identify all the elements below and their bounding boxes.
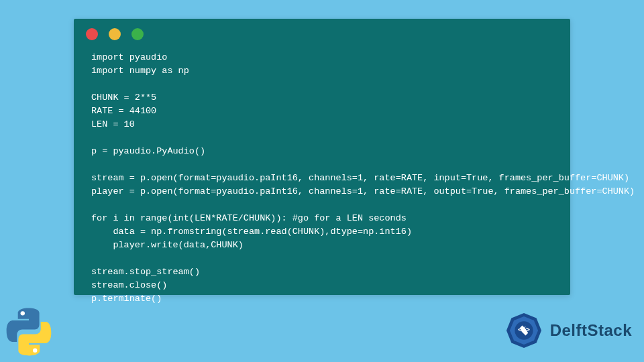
brand: </> DelftStack — [503, 310, 632, 351]
code-window: import pyaudio import numpy as np CHUNK … — [74, 19, 570, 295]
delftstack-logo-icon: </> — [503, 310, 545, 351]
svg-text:</>: </> — [518, 326, 530, 333]
svg-point-0 — [21, 311, 25, 315]
svg-point-1 — [33, 348, 37, 352]
brand-name: DelftStack — [550, 321, 632, 340]
minimize-icon[interactable] — [109, 28, 121, 40]
python-logo-icon — [3, 306, 55, 358]
window-controls — [74, 19, 570, 47]
code-block: import pyaudio import numpy as np CHUNK … — [74, 47, 570, 319]
close-icon[interactable] — [86, 28, 98, 40]
maximize-icon[interactable] — [131, 28, 144, 40]
